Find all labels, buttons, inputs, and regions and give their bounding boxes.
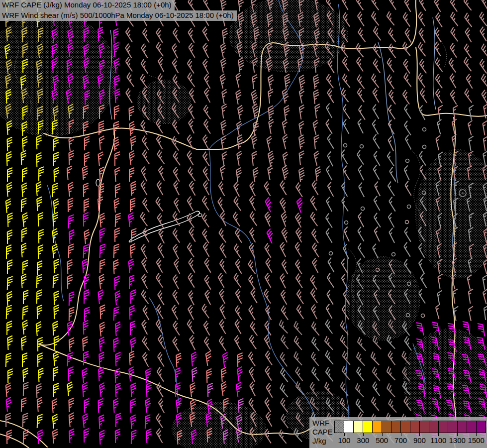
barb-shaft xyxy=(114,309,114,321)
barb-shaft xyxy=(69,153,69,165)
legend-cell xyxy=(363,421,372,433)
barb-shaft xyxy=(21,153,21,165)
barb-shaft xyxy=(67,262,68,274)
barb-shaft xyxy=(84,246,84,258)
legend-cell xyxy=(419,421,429,433)
colorbar-tick-label: 900 xyxy=(413,436,426,445)
barb-shaft xyxy=(54,261,54,273)
colorbar-tick-label: 500 xyxy=(376,436,388,445)
barb-shaft xyxy=(146,431,147,443)
colorbar-tick-mark xyxy=(438,433,439,436)
barb-shaft xyxy=(68,354,68,366)
barb-shaft xyxy=(7,139,7,151)
cape-colorbar xyxy=(334,421,486,433)
colorbar-tick-label: 700 xyxy=(394,436,407,445)
barb-shaft xyxy=(54,170,54,182)
barb-shaft xyxy=(115,385,116,397)
barb-shaft xyxy=(85,93,85,105)
legend-cell xyxy=(476,421,486,433)
barb-shaft xyxy=(99,230,100,242)
colorbar-tick-mark xyxy=(363,433,364,436)
legend-cell xyxy=(438,421,448,433)
barb-shaft xyxy=(69,400,69,412)
legend-product-label: WRF xyxy=(312,419,333,428)
wrf-map-canvas xyxy=(0,0,487,448)
barb-shaft xyxy=(238,401,239,413)
barb-shaft xyxy=(206,371,207,383)
barb-shaft xyxy=(7,278,8,290)
barb-shaft xyxy=(53,276,54,288)
title-cape: WRF CAPE (J/kg) Monday 06-10-2025 18:00 … xyxy=(0,0,175,10)
legend-cell xyxy=(410,421,419,433)
barb-shaft xyxy=(98,401,98,413)
barb-shaft xyxy=(53,215,53,226)
legend-cell xyxy=(457,421,467,433)
legend-cell xyxy=(391,421,400,433)
terrain-ring-dot xyxy=(462,192,464,194)
barb-shaft xyxy=(6,307,7,319)
barb-shaft xyxy=(7,215,8,227)
barb-shaft xyxy=(37,416,38,428)
barb-shaft xyxy=(129,109,129,120)
cape-legend: WRF CAPE J/kg 10030050070090011001300150… xyxy=(309,417,487,448)
barb-shaft xyxy=(36,137,37,149)
colorbar-tick-mark xyxy=(344,433,345,436)
legend-cell xyxy=(335,421,344,433)
barb-shaft xyxy=(129,308,130,320)
colorbar-tick-mark xyxy=(419,433,420,436)
barb-shaft xyxy=(84,401,85,413)
legend-cell xyxy=(353,421,363,433)
legend-cell xyxy=(467,421,476,433)
colorbar-tick-label: 1500 xyxy=(468,436,484,445)
title-wind-shear: WRF Wind shear (m/s) 500/1000hPa Monday … xyxy=(0,10,237,21)
colorbar-tick-label: 100 xyxy=(338,436,350,445)
colorbar-tick-mark xyxy=(457,433,458,436)
barb-shaft xyxy=(54,307,54,319)
barb-shaft xyxy=(146,385,147,397)
barb-shaft xyxy=(54,293,54,305)
legend-units-label: J/kg xyxy=(312,437,333,446)
legend-cell xyxy=(372,421,382,433)
colorbar-tick-label: 1100 xyxy=(430,436,446,445)
legend-cell xyxy=(448,421,457,433)
barb-shaft xyxy=(22,108,23,120)
stipple-patch xyxy=(346,256,420,341)
colorbar-tick-label: 300 xyxy=(357,436,369,445)
barb-shaft xyxy=(6,355,6,367)
legend-cell xyxy=(429,421,438,433)
colorbar-tick-mark xyxy=(476,433,477,436)
legend-label-block: WRF CAPE J/kg xyxy=(312,419,333,446)
legend-cell xyxy=(400,421,410,433)
legend-cell xyxy=(344,421,353,433)
legend-variable-label: CAPE xyxy=(312,428,333,437)
barb-shaft xyxy=(37,276,37,288)
colorbar-tick-mark xyxy=(382,433,383,436)
barb-shaft xyxy=(69,217,69,228)
barb-shaft xyxy=(115,354,116,366)
barb-shaft xyxy=(114,246,114,258)
barb-shaft xyxy=(223,400,224,412)
weather-map-viewport: WRF CAPE (J/kg) Monday 06-10-2025 18:00 … xyxy=(0,0,487,448)
barb-shaft xyxy=(100,246,100,258)
colorbar-tick-mark xyxy=(401,433,401,436)
barb-shaft xyxy=(36,155,37,167)
barb-shaft xyxy=(83,123,84,135)
barb-shaft xyxy=(115,215,116,227)
barb-shaft xyxy=(83,323,84,335)
barb-shaft xyxy=(84,30,84,42)
legend-cell xyxy=(382,421,391,433)
colorbar-tick-label: 1300 xyxy=(449,436,466,445)
barb-shaft xyxy=(23,308,23,320)
barb-shaft xyxy=(114,278,115,290)
barb-shaft xyxy=(36,386,37,398)
